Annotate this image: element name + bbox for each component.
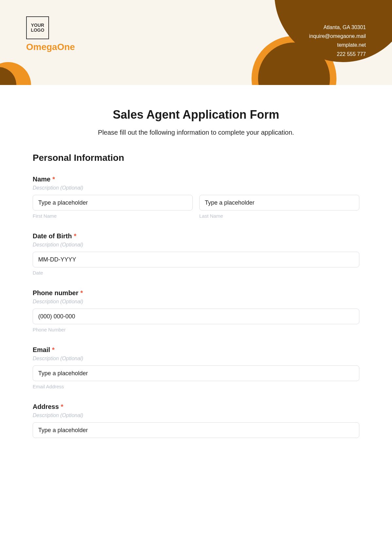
logo-block: YOUR LOGO OmegaOne <box>26 16 75 52</box>
address-label: Address <box>33 403 59 411</box>
name-description: Description (Optional) <box>33 185 359 191</box>
last-name-sublabel: Last Name <box>199 213 359 219</box>
field-label-row: Date of Birth * <box>33 232 359 240</box>
email-description: Description (Optional) <box>33 356 359 362</box>
field-label-row: Phone number * <box>33 289 359 297</box>
email-input[interactable] <box>33 365 359 381</box>
form-container: Sales Agent Application Form Please fill… <box>0 85 392 438</box>
field-label-row: Address * <box>33 403 359 411</box>
required-star: * <box>52 346 55 354</box>
dob-description: Description (Optional) <box>33 242 359 248</box>
section-heading-personal: Personal Information <box>33 153 359 163</box>
logo-placeholder: YOUR LOGO <box>26 16 49 39</box>
address-input[interactable] <box>33 422 359 438</box>
first-name-sublabel: First Name <box>33 213 193 219</box>
email-label: Email <box>33 346 50 354</box>
required-star: * <box>80 289 83 297</box>
phone-sublabel: Phone Number <box>33 327 359 332</box>
required-star: * <box>74 232 76 240</box>
contact-email: inquire@omegaone.mail <box>309 32 366 41</box>
field-label-row: Email * <box>33 346 359 354</box>
address-description: Description (Optional) <box>33 413 359 418</box>
last-name-input[interactable] <box>199 195 359 211</box>
field-name: Name * Description (Optional) First Name… <box>33 176 359 219</box>
field-email: Email * Description (Optional) Email Add… <box>33 346 359 389</box>
required-star: * <box>61 403 63 411</box>
dob-input[interactable] <box>33 252 359 267</box>
phone-label: Phone number <box>33 289 78 297</box>
field-phone: Phone number * Description (Optional) Ph… <box>33 289 359 332</box>
phone-input[interactable] <box>33 309 359 324</box>
dob-sublabel: Date <box>33 270 359 276</box>
field-address: Address * Description (Optional) <box>33 403 359 438</box>
contact-website: template.net <box>309 41 366 49</box>
first-name-input[interactable] <box>33 195 193 211</box>
page-title: Sales Agent Application Form <box>33 108 359 122</box>
phone-description: Description (Optional) <box>33 299 359 305</box>
contact-block: Atlanta, GA 30301 inquire@omegaone.mail … <box>309 23 366 59</box>
name-label: Name <box>33 176 50 183</box>
address-line: Atlanta, GA 30301 <box>309 23 366 32</box>
field-dob: Date of Birth * Description (Optional) D… <box>33 232 359 276</box>
logo-text: YOUR LOGO <box>27 23 48 33</box>
dob-label: Date of Birth <box>33 232 72 240</box>
page-subtitle: Please fill out the following informatio… <box>33 129 359 136</box>
field-label-row: Name * <box>33 176 359 183</box>
email-sublabel: Email Address <box>33 384 359 389</box>
required-star: * <box>52 176 55 183</box>
contact-phone: 222 555 777 <box>309 50 366 59</box>
company-name: OmegaOne <box>26 42 75 52</box>
letterhead-header: YOUR LOGO OmegaOne Atlanta, GA 30301 inq… <box>0 0 392 85</box>
